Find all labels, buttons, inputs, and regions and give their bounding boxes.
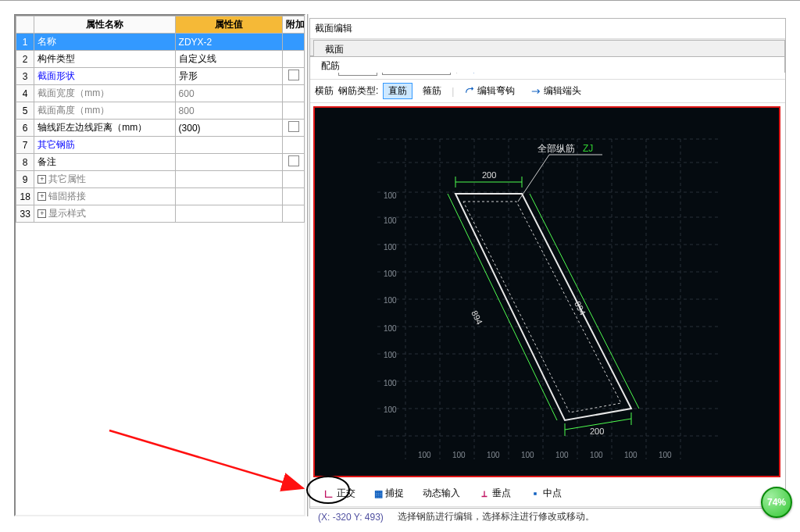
expand-icon[interactable]: +: [38, 175, 46, 184]
extra-checkbox[interactable]: [283, 68, 305, 85]
svg-text:100: 100: [659, 451, 672, 459]
table-row[interactable]: 5截面高度（mm）800: [16, 102, 305, 120]
status-bar: (X: -320 Y: 493) 选择钢筋进行编辑，选择标注进行修改或移动。: [310, 506, 785, 527]
svg-text:100: 100: [384, 296, 397, 305]
expand-icon[interactable]: +: [38, 209, 46, 218]
svg-text:894: 894: [470, 309, 484, 326]
svg-line-32: [530, 194, 639, 409]
row-index: 5: [16, 102, 34, 120]
svg-text:200: 200: [590, 427, 604, 436]
row-index: 2: [16, 51, 34, 68]
edit-endpoint-button[interactable]: 编辑端头: [525, 83, 587, 99]
svg-text:100: 100: [590, 451, 603, 459]
row-index: 7: [16, 137, 34, 154]
header-name[interactable]: 属性名称: [34, 16, 175, 34]
prop-name: +显示样式: [34, 205, 175, 223]
status-hint: 选择钢筋进行编辑，选择标注进行修改或移动。: [398, 510, 595, 523]
svg-text:100: 100: [555, 451, 569, 459]
table-row[interactable]: 2构件类型自定义线: [16, 51, 305, 68]
prop-value[interactable]: (300): [175, 120, 283, 137]
row-index: 4: [16, 85, 34, 102]
cad-canvas[interactable]: 200 200 894 894 全部纵筋 ZJ: [313, 106, 780, 477]
extra-blank: [283, 137, 305, 154]
svg-text:ZJ: ZJ: [583, 143, 593, 154]
prop-value[interactable]: 自定义线: [175, 51, 283, 68]
perp-toggle[interactable]: 垂点: [473, 485, 516, 502]
prop-value[interactable]: 800: [175, 102, 283, 120]
progress-badge: 74%: [761, 487, 792, 518]
panel-title: 截面编辑: [310, 19, 785, 39]
header-extra[interactable]: 附加: [283, 16, 305, 34]
prop-name: 名称: [34, 34, 175, 51]
extra-blank: [283, 51, 305, 68]
prop-name: 备注: [34, 154, 175, 171]
hook-icon: [464, 86, 475, 97]
snap-toggle[interactable]: ▦ 捕捉: [369, 485, 409, 502]
tabstrip: 截面 配筋: [310, 39, 785, 56]
extra-blank: [283, 102, 305, 120]
endpoint-icon: [530, 86, 541, 97]
table-row[interactable]: 1名称ZDYX-2: [16, 34, 305, 51]
dynamic-input-toggle[interactable]: 动态输入: [417, 485, 466, 502]
svg-text:100: 100: [384, 379, 397, 387]
extra-blank: [283, 34, 305, 51]
svg-text:100: 100: [384, 351, 397, 359]
prop-name: 构件类型: [34, 51, 175, 68]
table-row[interactable]: 18+锚固搭接: [16, 188, 305, 205]
prop-name: 截面宽度（mm）: [34, 85, 175, 102]
cursor-coords: (X: -320 Y: 493): [318, 512, 384, 523]
table-row[interactable]: 6轴线距左边线距离（mm）(300): [16, 120, 305, 137]
perp-icon: [479, 488, 490, 499]
prop-value[interactable]: [175, 205, 283, 223]
prop-value[interactable]: 600: [175, 85, 283, 102]
extra-checkbox[interactable]: [283, 154, 305, 171]
extra-blank: [283, 85, 305, 102]
prop-name: 轴线距左边线距离（mm）: [34, 120, 175, 137]
svg-text:全部纵筋: 全部纵筋: [538, 143, 575, 154]
midpoint-toggle[interactable]: 中点: [524, 485, 567, 502]
prop-name: +锚固搭接: [34, 188, 175, 205]
straight-rebar-button[interactable]: 直筋: [383, 83, 412, 99]
section-editor-panel: 截面编辑 截面 配筋 纵筋 直线▼ C8@200▼ | 选择 手动设置参考线▾: [309, 18, 786, 509]
table-row[interactable]: 7其它钢筋: [16, 137, 305, 154]
ortho-icon: [323, 488, 334, 499]
prop-value[interactable]: [175, 171, 283, 188]
table-row[interactable]: 33+显示样式: [16, 205, 305, 223]
toolbar-row-2: 横筋 钢筋类型: 直筋 箍筋 | 编辑弯钩 编辑端头: [310, 80, 785, 103]
row-index: 6: [16, 120, 34, 137]
header-value[interactable]: 属性值: [175, 16, 283, 34]
prop-value[interactable]: ZDYX-2: [175, 34, 283, 51]
svg-text:100: 100: [521, 451, 534, 459]
stirrup-button[interactable]: 箍筋: [417, 83, 447, 99]
extra-blank: [283, 205, 305, 223]
svg-text:100: 100: [384, 216, 397, 225]
label-rebar-type: 钢筋类型:: [338, 84, 378, 98]
svg-rect-56: [534, 492, 537, 495]
svg-text:100: 100: [384, 243, 397, 252]
tab-rebar[interactable]: 配筋: [309, 56, 785, 73]
prop-value[interactable]: 异形: [175, 68, 283, 85]
prop-value[interactable]: [175, 137, 283, 154]
prop-value[interactable]: [175, 154, 283, 171]
prop-value[interactable]: [175, 188, 283, 205]
cad-svg: 200 200 894 894 全部纵筋 ZJ: [315, 108, 780, 477]
svg-text:100: 100: [452, 451, 466, 459]
edit-hook-button[interactable]: 编辑弯钩: [459, 83, 520, 99]
table-row[interactable]: 3截面形状异形: [16, 68, 305, 85]
row-index: 9: [16, 171, 34, 188]
svg-text:200: 200: [482, 170, 496, 180]
row-index: 3: [16, 68, 34, 85]
prop-name: 截面形状: [34, 68, 175, 85]
tab-section[interactable]: 截面: [313, 40, 785, 56]
table-row[interactable]: 4截面宽度（mm）600: [16, 85, 305, 102]
table-row[interactable]: 8备注: [16, 154, 305, 171]
prop-name: 其它钢筋: [34, 137, 175, 154]
extra-checkbox[interactable]: [283, 120, 305, 137]
property-table: 属性名称 属性值 附加 1名称ZDYX-22构件类型自定义线3截面形状异形4截面…: [16, 16, 305, 223]
ortho-toggle[interactable]: 正交: [318, 485, 361, 502]
svg-line-31: [448, 194, 557, 420]
table-row[interactable]: 9+其它属性: [16, 171, 305, 188]
prop-name: 截面高度（mm）: [34, 102, 175, 120]
expand-icon[interactable]: +: [38, 192, 46, 201]
row-index: 18: [16, 188, 34, 205]
